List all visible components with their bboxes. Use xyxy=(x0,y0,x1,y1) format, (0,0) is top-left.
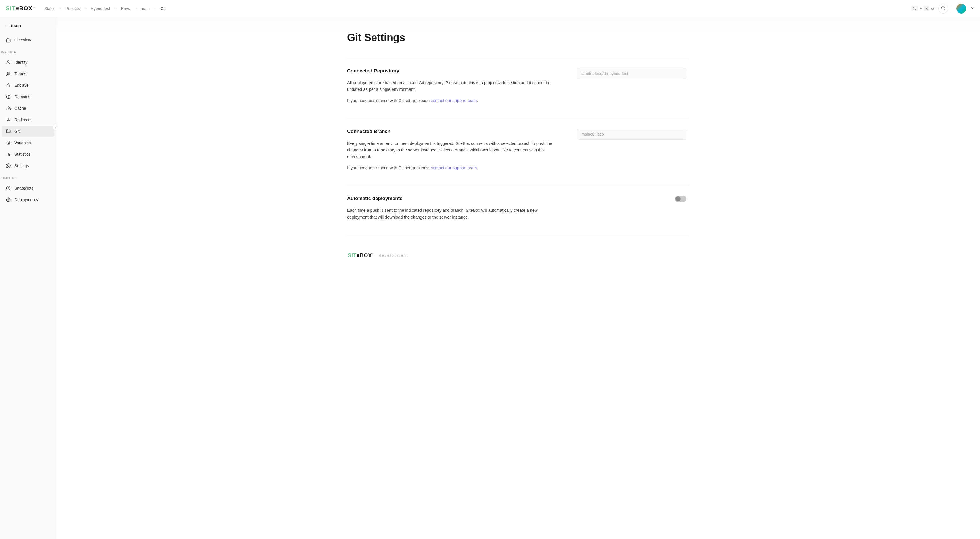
sidebar-item-label: Deployments xyxy=(14,197,38,202)
connected-repo-input[interactable] xyxy=(577,68,686,79)
env-name: main xyxy=(11,23,21,28)
breadcrumb-item-projects[interactable]: Projects xyxy=(65,6,80,11)
sidebar-item-identity[interactable]: Identity xyxy=(2,57,54,68)
help-suffix: . xyxy=(477,98,478,103)
arrow-right-icon: → xyxy=(58,6,62,11)
section-desc: Each time a push is sent to the indicate… xyxy=(347,207,560,220)
page-title: Git Settings xyxy=(347,32,689,44)
sidebar-item-label: Enclave xyxy=(14,83,29,88)
search-shortcut: ⌘ + K or xyxy=(911,6,934,11)
breadcrumb-item-hybrid-test[interactable]: Hybrid test xyxy=(91,6,110,11)
sidebar-item-label: Domains xyxy=(14,95,30,99)
help-suffix: . xyxy=(477,165,478,170)
help-prefix: If you need assistance with Git setup, p… xyxy=(347,165,431,170)
sidebar-item-label: Redirects xyxy=(14,117,31,122)
sidebar-item-label: Settings xyxy=(14,163,29,168)
svg-point-10 xyxy=(8,165,9,166)
kbd-plus: + xyxy=(920,6,922,11)
breadcrumb-item-statik[interactable]: Statik xyxy=(44,6,54,11)
svg-rect-5 xyxy=(7,85,10,87)
sidebar-item-settings[interactable]: Settings xyxy=(2,160,54,171)
redirects-icon xyxy=(6,117,11,122)
kbd-or: or xyxy=(931,6,934,11)
sidebar-item-label: Teams xyxy=(14,71,26,76)
help-prefix: If you need assistance with Git setup, p… xyxy=(347,98,431,103)
sidebar-item-statistics[interactable]: Statistics xyxy=(2,149,54,160)
search-icon xyxy=(941,6,945,11)
sidebar-item-label: Statistics xyxy=(14,152,30,157)
support-link[interactable]: contact our support team xyxy=(431,98,477,103)
user-menu-chevron-icon[interactable] xyxy=(970,6,974,11)
svg-point-3 xyxy=(7,72,9,74)
sidebar-item-label: Overview xyxy=(14,38,31,42)
svg-point-2 xyxy=(8,60,9,62)
sidebar-item-enclave[interactable]: Enclave xyxy=(2,80,54,91)
sidebar-item-label: Variables xyxy=(14,141,31,145)
logo-part2: ≡BOX xyxy=(356,252,372,258)
section-desc: Every single time an environment deploym… xyxy=(347,140,560,160)
section-title: Connected Branch xyxy=(347,129,560,135)
sidebar-item-variables[interactable]: Variables xyxy=(2,137,54,148)
section-title: Connected Repository xyxy=(347,68,560,74)
section-automatic-deployments: Automatic deployments Each time a push i… xyxy=(347,185,689,235)
statistics-icon xyxy=(6,152,11,157)
main-content: Git Settings Connected Repository All de… xyxy=(56,17,980,539)
enclave-icon xyxy=(6,83,11,88)
section-title: Automatic deployments xyxy=(347,196,560,201)
breadcrumb-item-git[interactable]: Git xyxy=(161,6,165,11)
breadcrumb-item-envs[interactable]: Envs xyxy=(121,6,130,11)
svg-line-1 xyxy=(944,9,945,10)
logo-tm: ™ xyxy=(33,7,36,10)
toggle-knob xyxy=(676,196,681,201)
section-connected-branch: Connected Branch Every single time an en… xyxy=(347,119,689,186)
sidebar-item-teams[interactable]: Teams xyxy=(2,68,54,79)
section-help: If you need assistance with Git setup, p… xyxy=(347,165,560,171)
connected-branch-input[interactable] xyxy=(577,129,686,140)
settings-icon xyxy=(6,163,11,168)
auto-deploy-toggle[interactable] xyxy=(675,196,686,202)
footer: SIT≡BOX™ development xyxy=(347,252,689,258)
sidebar-item-deployments[interactable]: Deployments xyxy=(2,194,54,205)
section-label-website: WEBSITE xyxy=(0,46,56,56)
sidebar-item-label: Identity xyxy=(14,60,27,65)
arrow-right-icon: → xyxy=(153,6,157,11)
sidebar-item-label: Git xyxy=(14,129,19,133)
logo-part1: SIT xyxy=(6,5,16,12)
chevron-left-icon: ‹ xyxy=(56,125,56,129)
home-icon xyxy=(6,37,11,43)
cache-icon xyxy=(6,106,11,111)
env-header[interactable]: ← main xyxy=(0,17,56,34)
back-arrow-icon[interactable]: ← xyxy=(4,23,8,28)
sidebar-item-redirects[interactable]: Redirects xyxy=(2,114,54,125)
topbar: SIT≡BOX™ Statik→Projects→Hybrid test→Env… xyxy=(0,0,980,17)
section-connected-repository: Connected Repository All deployments are… xyxy=(347,58,689,119)
search-button[interactable] xyxy=(938,4,948,14)
snapshots-icon xyxy=(6,185,11,191)
section-desc: All deployments are based on a linked Gi… xyxy=(347,79,560,93)
sidebar: ← main Overview WEBSITE IdentityTeamsEnc… xyxy=(0,17,56,539)
arrow-right-icon: → xyxy=(114,6,118,11)
section-help: If you need assistance with Git setup, p… xyxy=(347,97,560,104)
sidebar-item-domains[interactable]: Domains xyxy=(2,91,54,102)
logo[interactable]: SIT≡BOX™ xyxy=(6,5,36,12)
arrow-right-icon: → xyxy=(83,6,88,11)
git-icon xyxy=(6,129,11,134)
sidebar-item-overview[interactable]: Overview xyxy=(2,35,54,45)
arrow-right-icon: → xyxy=(134,6,137,11)
sidebar-item-snapshots[interactable]: Snapshots xyxy=(2,183,54,193)
sidebar-item-cache[interactable]: Cache xyxy=(2,103,54,114)
logo-tm: ™ xyxy=(373,254,375,257)
footer-logo: SIT≡BOX™ xyxy=(348,252,375,258)
footer-label: development xyxy=(379,254,409,257)
sidebar-item-git[interactable]: Git xyxy=(2,126,54,137)
support-link[interactable]: contact our support team xyxy=(431,165,477,170)
breadcrumb-item-main[interactable]: main xyxy=(141,6,150,11)
teams-icon xyxy=(6,71,11,76)
svg-point-0 xyxy=(942,6,944,9)
breadcrumb: Statik→Projects→Hybrid test→Envs→main→Gi… xyxy=(44,6,165,11)
sidebar-item-label: Snapshots xyxy=(14,186,33,190)
deployments-icon xyxy=(6,197,11,202)
logo-part2: ≡BOX xyxy=(16,5,32,12)
avatar[interactable] xyxy=(956,4,966,14)
variables-icon xyxy=(6,140,11,145)
